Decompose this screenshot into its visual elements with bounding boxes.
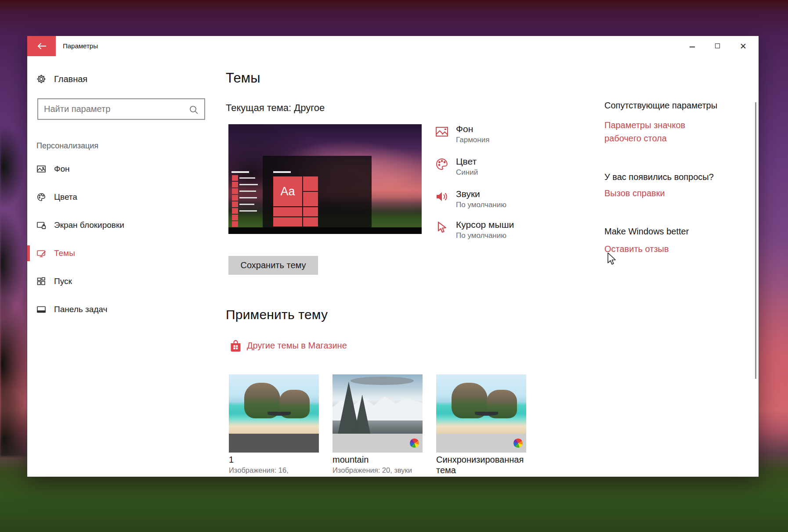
detail-value: Гармония <box>456 136 489 144</box>
page-title: Темы <box>226 70 260 86</box>
feedback-heading: Make Windows better <box>604 226 689 237</box>
mouse-cursor-icon <box>435 220 449 234</box>
theme-name: Синхронизированная тема <box>436 454 528 475</box>
sidebar-item-label: Темы <box>54 248 75 258</box>
theme-name: 1 <box>229 454 321 465</box>
sidebar-item-start[interactable]: Пуск <box>27 273 199 290</box>
theme-caption: Изображения: 20, звуки <box>333 466 412 474</box>
minimize-button[interactable] <box>680 36 705 56</box>
store-bag-icon <box>230 339 242 352</box>
sidebar-item-taskbar[interactable]: Панель задач <box>27 301 199 318</box>
sidebar-item-lockscreen[interactable]: Экран блокировки <box>27 216 199 234</box>
beach-image <box>436 374 526 434</box>
sidebar-item-label: Главная <box>54 74 87 84</box>
back-button[interactable] <box>27 36 56 56</box>
color-palette-icon <box>435 157 449 171</box>
maximize-icon <box>715 43 720 48</box>
search-box <box>37 98 205 120</box>
back-arrow-icon <box>37 42 47 50</box>
search-input[interactable] <box>38 99 204 119</box>
sidebar-item-home[interactable]: Главная <box>27 70 199 88</box>
mountain-image <box>333 374 423 434</box>
window-title: Параметры <box>63 42 98 50</box>
beach-image <box>229 374 319 434</box>
themes-icon <box>36 248 46 258</box>
detail-label: Курсор мыши <box>456 219 514 230</box>
titlebar: Параметры ✕ <box>27 36 759 56</box>
palette-icon <box>36 192 46 202</box>
speaker-icon <box>435 190 449 204</box>
detail-value: Синий <box>456 168 478 177</box>
close-button[interactable]: ✕ <box>730 36 756 56</box>
lock-screen-icon <box>36 220 46 230</box>
store-themes-link[interactable]: Другие темы в Магазине <box>230 338 347 353</box>
store-link-label: Другие темы в Магазине <box>247 341 347 351</box>
related-settings-heading: Сопутствующие параметры <box>604 101 717 111</box>
sidebar-item-label: Фон <box>54 164 70 174</box>
scrollbar[interactable] <box>755 102 756 379</box>
get-help-link[interactable]: Вызов справки <box>604 187 665 200</box>
sidebar-item-label: Пуск <box>54 277 72 286</box>
current-theme-preview: Aa <box>228 124 422 234</box>
theme-thumbnail-1[interactable] <box>229 374 319 453</box>
save-theme-button[interactable]: Сохранить тему <box>228 256 318 275</box>
image-icon <box>36 164 46 174</box>
sidebar-item-colors[interactable]: Цвета <box>27 188 199 206</box>
preview-aa-tile: Aa <box>273 176 302 206</box>
thumbnail-strip <box>333 434 423 453</box>
sidebar-item-label: Цвета <box>54 192 77 202</box>
detail-value: По умолчанию <box>456 231 506 240</box>
thumbnail-strip <box>436 434 526 453</box>
preview-menu-rail <box>232 175 238 227</box>
detail-value: По умолчанию <box>456 201 506 209</box>
theme-caption: Изображения: 16, <box>229 466 289 474</box>
taskbar-icon <box>36 305 46 314</box>
sidebar-item-background[interactable]: Фон <box>27 160 199 178</box>
detail-label: Цвет <box>456 156 477 167</box>
mouse-pointer <box>607 252 618 266</box>
current-theme-label: Текущая тема: Другое <box>226 102 325 114</box>
questions-heading: У вас появились вопросы? <box>604 172 714 182</box>
theme-thumbnail-synced[interactable] <box>436 374 526 453</box>
desktop-icons-link[interactable]: Параметры значков рабочего стола <box>604 119 718 145</box>
sidebar-item-label: Экран блокировки <box>54 220 124 230</box>
apply-theme-title: Применить тему <box>226 307 328 322</box>
detail-label: Фон <box>456 124 473 134</box>
background-image-icon <box>435 125 449 139</box>
sidebar-item-label: Панель задач <box>54 305 107 314</box>
color-wheel-icon <box>410 439 419 448</box>
start-tiles-icon <box>36 277 46 286</box>
theme-name: mountain <box>333 454 425 465</box>
search-icon[interactable] <box>189 105 199 116</box>
sidebar-item-themes[interactable]: Темы <box>27 244 199 262</box>
theme-thumbnail-mountain[interactable] <box>333 374 423 453</box>
close-icon: ✕ <box>730 36 756 56</box>
maximize-button[interactable] <box>705 36 730 56</box>
detail-label: Звуки <box>456 189 480 199</box>
active-indicator <box>27 245 30 261</box>
sidebar-section-personalization: Персонализация <box>36 141 98 151</box>
gear-icon <box>36 74 46 84</box>
thumbnail-strip <box>229 434 319 453</box>
minimize-icon <box>690 47 695 47</box>
preview-taskbar <box>228 227 422 234</box>
settings-window: Параметры ✕ Главная Персонализация Фон <box>27 36 759 477</box>
color-wheel-icon <box>513 439 523 448</box>
